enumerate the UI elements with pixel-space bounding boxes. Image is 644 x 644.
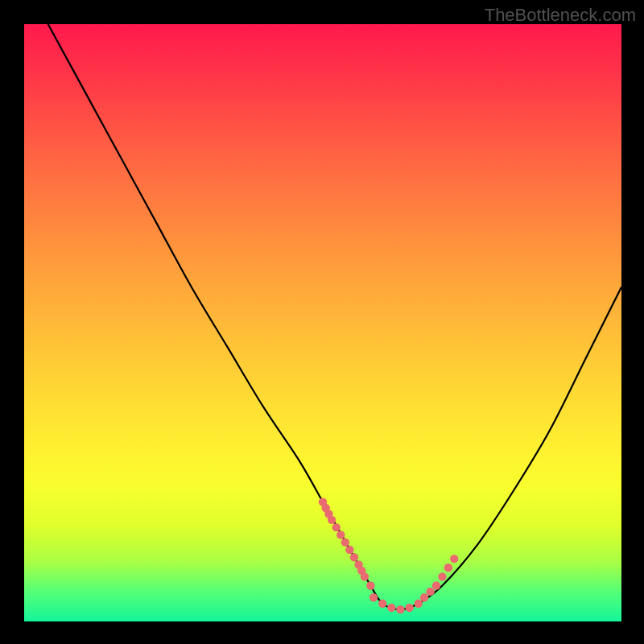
svg-point-5 — [336, 530, 345, 539]
bottleneck-curve-svg — [24, 24, 621, 621]
svg-point-13 — [369, 593, 378, 601]
svg-point-17 — [405, 604, 413, 612]
highlight-beads-trough — [369, 593, 423, 613]
highlight-beads-left — [319, 497, 375, 589]
svg-point-24 — [450, 555, 458, 563]
svg-point-7 — [345, 546, 353, 554]
svg-point-8 — [350, 553, 358, 561]
svg-point-6 — [341, 538, 349, 546]
svg-point-16 — [396, 605, 404, 613]
svg-point-23 — [444, 564, 452, 572]
svg-point-22 — [438, 572, 446, 580]
chart-canvas — [24, 24, 621, 621]
svg-point-15 — [387, 604, 395, 612]
svg-point-3 — [328, 516, 336, 524]
attribution-label: TheBottleneck.com — [485, 5, 636, 26]
svg-point-18 — [415, 600, 423, 608]
svg-point-21 — [432, 581, 440, 589]
svg-point-4 — [332, 523, 340, 531]
svg-point-20 — [426, 588, 434, 596]
highlight-beads-right — [420, 555, 459, 602]
svg-point-12 — [366, 581, 374, 589]
svg-point-14 — [378, 600, 386, 608]
svg-point-19 — [420, 593, 428, 601]
svg-point-11 — [361, 572, 369, 580]
